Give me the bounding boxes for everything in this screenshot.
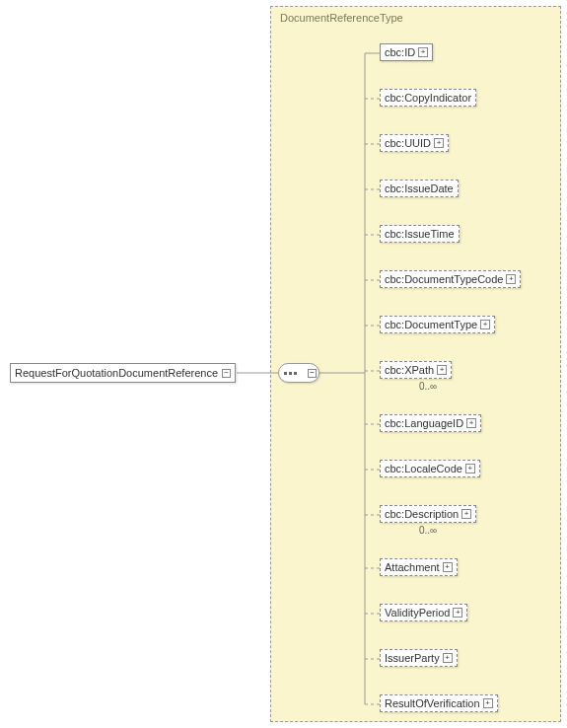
child-element-label: Attachment (385, 561, 440, 573)
expand-plus-icon[interactable]: + (418, 47, 428, 57)
child-element-label: cbc:DocumentTypeCode (385, 273, 503, 285)
cardinality-label: 0..∞ (419, 525, 437, 536)
sequence-dots-icon (284, 372, 297, 375)
child-element-label: ResultOfVerification (385, 697, 480, 709)
child-element-label: cbc:UUID (385, 137, 431, 149)
child-element-node[interactable]: cbc:UUID+ (380, 134, 449, 152)
child-element-node[interactable]: cbc:DocumentType+ (380, 316, 495, 333)
child-element-label: cbc:IssueDate (385, 182, 454, 194)
child-element-label: ValidityPeriod (385, 607, 450, 619)
expand-plus-icon[interactable]: + (465, 464, 475, 473)
expand-plus-icon[interactable]: + (506, 274, 516, 284)
child-element-label: IssuerParty (385, 652, 440, 664)
expand-plus-icon[interactable]: + (466, 418, 476, 428)
expand-plus-icon[interactable]: + (443, 653, 453, 663)
child-element-node[interactable]: IssuerParty+ (380, 649, 458, 667)
expand-toggle-icon[interactable]: − (222, 369, 231, 378)
child-element-node[interactable]: cbc:CopyIndicator (380, 89, 476, 107)
expand-plus-icon[interactable]: + (480, 320, 490, 329)
expand-plus-icon[interactable]: + (453, 608, 462, 618)
expand-plus-icon[interactable]: + (434, 138, 444, 148)
expand-toggle-icon[interactable]: − (308, 369, 317, 378)
child-element-label: cbc:DocumentType (385, 319, 477, 330)
child-element-label: cbc:CopyIndicator (385, 92, 471, 104)
child-element-node[interactable]: cbc:LocaleCode+ (380, 460, 480, 477)
child-element-node[interactable]: cbc:Description+ (380, 505, 476, 523)
expand-plus-icon[interactable]: + (443, 562, 453, 572)
expand-plus-icon[interactable]: + (483, 698, 493, 708)
child-element-node[interactable]: ValidityPeriod+ (380, 604, 467, 621)
child-element-label: cbc:IssueTime (385, 228, 455, 240)
child-element-node[interactable]: Attachment+ (380, 558, 458, 576)
cardinality-label: 0..∞ (419, 381, 437, 392)
child-element-node[interactable]: cbc:DocumentTypeCode+ (380, 270, 521, 288)
root-element-label: RequestForQuotationDocumentReference (15, 367, 218, 379)
child-element-label: cbc:XPath (385, 364, 434, 376)
child-element-label: cbc:LocaleCode (385, 463, 462, 474)
child-element-node[interactable]: cbc:LanguageID+ (380, 414, 481, 432)
child-element-label: cbc:LanguageID (385, 417, 463, 429)
expand-plus-icon[interactable]: + (437, 365, 447, 375)
child-element-node[interactable]: cbc:IssueDate (380, 180, 459, 197)
sequence-compositor[interactable]: − (278, 363, 319, 383)
child-element-node[interactable]: cbc:IssueTime (380, 225, 460, 243)
child-element-label: cbc:Description (385, 508, 459, 520)
child-element-node[interactable]: ResultOfVerification+ (380, 694, 498, 712)
child-element-node[interactable]: cbc:ID+ (380, 43, 433, 61)
expand-plus-icon[interactable]: + (461, 509, 471, 519)
type-name-label: DocumentReferenceType (280, 12, 403, 24)
child-element-label: cbc:ID (385, 46, 415, 58)
root-element-node[interactable]: RequestForQuotationDocumentReference − (10, 363, 236, 383)
child-element-node[interactable]: cbc:XPath+ (380, 361, 452, 379)
